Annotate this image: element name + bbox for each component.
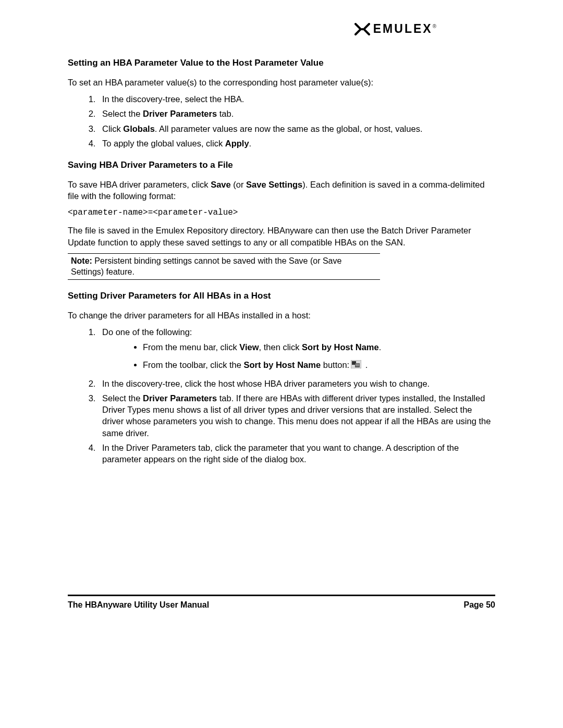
bold-term: Apply	[225, 139, 249, 148]
text: (or	[231, 180, 246, 189]
logo-label: EMULEX	[373, 22, 433, 35]
step-text: Do one of the following:	[102, 327, 192, 337]
note-label: Note:	[71, 256, 92, 265]
bold-term: Sort by Host Name	[244, 360, 321, 369]
step-text: .	[249, 139, 252, 148]
svg-rect-4	[356, 364, 359, 366]
code-format: <parameter-name>=<parameter-value>	[68, 207, 495, 219]
step-item: Select the Driver Parameters tab.	[98, 108, 495, 119]
step-text: . All parameter values are now the same …	[155, 124, 423, 133]
bold-term: Save Settings	[246, 180, 302, 189]
note-box: Note: Persistent binding settings cannot…	[68, 253, 380, 280]
text: .	[379, 342, 382, 352]
document-body: Setting an HBA Parameter Value to the Ho…	[68, 57, 495, 475]
text: From the menu bar, click	[143, 342, 239, 352]
sort-by-host-icon	[351, 360, 361, 371]
text: To save HBA driver parameters, click	[68, 180, 211, 189]
step-text: Select the	[102, 109, 143, 118]
footer-title: The HBAnyware Utility User Manual	[68, 599, 209, 611]
page: EMULEX® Setting an HBA Parameter Value t…	[0, 0, 563, 728]
bold-term: Driver Parameters	[143, 109, 217, 118]
para: To save HBA driver parameters, click Sav…	[68, 179, 495, 202]
bold-term: View	[239, 342, 259, 352]
section-set-hba-param: Setting an HBA Parameter Value to the Ho…	[68, 57, 495, 149]
footer-rule	[68, 595, 495, 596]
bullet-item: From the toolbar, click the Sort by Host…	[143, 359, 495, 372]
step-item: Click Globals. All parameter values are …	[98, 123, 495, 134]
bold-term: Driver Parameters	[143, 393, 217, 403]
step-text: In the discovery-tree, click the host wh…	[102, 379, 430, 388]
footer-row: The HBAnyware Utility User Manual Page 5…	[68, 599, 495, 611]
bold-term: Sort by Host Name	[302, 342, 379, 352]
step-text: Select the	[102, 393, 143, 403]
svg-point-0	[361, 28, 363, 30]
intro-3: To change the driver parameters for all …	[68, 310, 495, 321]
step-text: In the discovery-tree, select the HBA.	[102, 94, 244, 104]
step-item: Do one of the following: From the menu b…	[98, 326, 495, 371]
text: button:	[321, 360, 349, 369]
bullet-item: From the menu bar, click View, then clic…	[143, 341, 495, 353]
bold-term: Globals	[123, 124, 155, 133]
section-all-hbas: Setting Driver Parameters for All HBAs i…	[68, 290, 495, 465]
step-item: In the discovery-tree, select the HBA.	[98, 93, 495, 105]
bold-term: Save	[211, 180, 231, 189]
step-item: In the discovery-tree, click the host wh…	[98, 378, 495, 389]
step-item: Select the Driver Parameters tab. If the…	[98, 392, 495, 439]
para: The file is saved in the Emulex Reposito…	[68, 225, 495, 248]
section-save-params: Saving HBA Driver Parameters to a File T…	[68, 159, 495, 280]
text: From the toolbar, click the	[143, 360, 244, 369]
intro-1: To set an HBA parameter value(s) to the …	[68, 77, 495, 88]
page-number: Page 50	[464, 599, 495, 611]
note-text: Persistent binding settings cannot be sa…	[71, 256, 341, 277]
page-footer: The HBAnyware Utility User Manual Page 5…	[68, 595, 495, 611]
brand-logo: EMULEX®	[354, 21, 438, 37]
step-item: In the Driver Parameters tab, click the …	[98, 442, 495, 465]
step-text: To apply the global values, click	[102, 139, 225, 148]
text: , then click	[259, 342, 302, 352]
emulex-mark-icon	[354, 23, 370, 35]
heading-3: Setting Driver Parameters for All HBAs i…	[68, 290, 495, 302]
heading-2: Saving HBA Driver Parameters to a File	[68, 159, 495, 171]
steps-1: In the discovery-tree, select the HBA. S…	[68, 93, 495, 149]
step-text: Click	[102, 124, 123, 133]
step-text: tab.	[217, 109, 234, 118]
step-text: In the Driver Parameters tab, click the …	[102, 443, 459, 464]
steps-3: Do one of the following: From the menu b…	[68, 326, 495, 465]
text: .	[363, 360, 368, 369]
step-item: To apply the global values, click Apply.	[98, 138, 495, 149]
registered-mark: ®	[433, 23, 438, 29]
logo-text: EMULEX®	[373, 21, 438, 37]
heading-1: Setting an HBA Parameter Value to the Ho…	[68, 57, 495, 69]
sub-bullets: From the menu bar, click View, then clic…	[102, 341, 495, 372]
